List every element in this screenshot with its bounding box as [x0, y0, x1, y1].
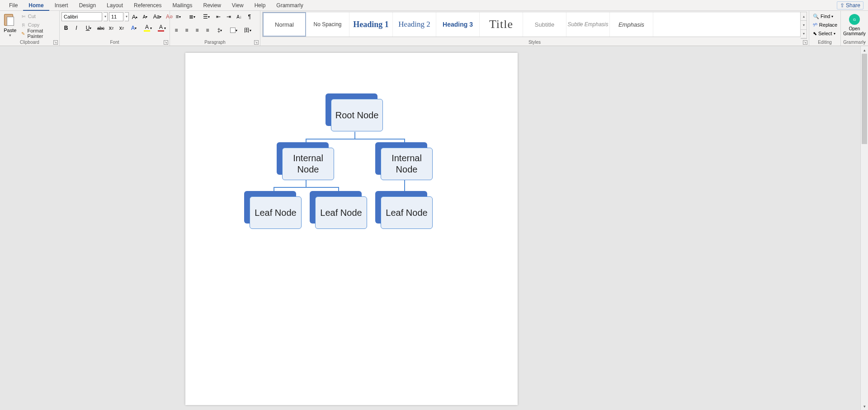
- bullets-button[interactable]: ≡▾: [172, 12, 184, 21]
- select-button[interactable]: ⬉ Select ▾: [811, 29, 837, 37]
- font-dialog-launcher[interactable]: ↘: [164, 40, 168, 45]
- style-no-spacing[interactable]: No Spacing: [306, 12, 349, 37]
- tab-home[interactable]: Home: [23, 0, 49, 11]
- align-left-button[interactable]: ≡: [172, 26, 181, 35]
- format-painter-label: Format Painter: [27, 28, 57, 39]
- node-leaf-2[interactable]: Leaf Node: [315, 196, 367, 229]
- strikethrough-button[interactable]: abc: [96, 23, 105, 33]
- group-font: ▾ ▾ A▴ A▾ Aa▾ A⊘ B I U▾ abc x2 x2 A▾ A▾ …: [60, 11, 170, 46]
- paste-button[interactable]: Paste ▾: [2, 12, 19, 37]
- align-right-button[interactable]: ≡: [193, 26, 202, 35]
- tab-review[interactable]: Review: [198, 0, 226, 11]
- font-size-dropdown[interactable]: ▾: [125, 12, 129, 21]
- find-button[interactable]: 🔍 Find ▾: [811, 12, 835, 20]
- shrink-font-button[interactable]: A▾: [141, 12, 150, 21]
- style-gallery-more-icon[interactable]: ▾: [801, 30, 807, 38]
- paste-dropdown-icon[interactable]: ▾: [9, 33, 11, 37]
- tab-grammarly[interactable]: Grammarly: [271, 0, 308, 11]
- grammarly-icon: G: [849, 14, 860, 25]
- style-gallery: Normal No Spacing Heading 1 Heading 2 He…: [262, 12, 801, 37]
- style-heading-1[interactable]: Heading 1: [349, 12, 393, 37]
- style-subtle-emphasis[interactable]: Subtle Emphasis: [566, 12, 610, 37]
- tab-layout[interactable]: Layout: [101, 0, 128, 11]
- node-leaf-3[interactable]: Leaf Node: [381, 196, 433, 229]
- clipboard-dialog-launcher[interactable]: ↘: [53, 40, 58, 45]
- align-center-button[interactable]: ≡: [182, 26, 191, 35]
- styles-dialog-launcher[interactable]: ↘: [803, 40, 807, 45]
- style-emphasis[interactable]: Emphasis: [610, 12, 653, 37]
- increase-indent-button[interactable]: ⇥: [224, 12, 233, 21]
- sort-button[interactable]: A↓: [235, 12, 244, 21]
- grow-font-button[interactable]: A▴: [130, 12, 139, 21]
- find-dropdown-icon[interactable]: ▾: [831, 14, 833, 19]
- scroll-thumb[interactable]: [862, 54, 867, 144]
- open-grammarly-button[interactable]: G Open Grammarly: [843, 12, 866, 36]
- replace-button[interactable]: ᵃ⁄ᵇ Replace: [811, 21, 839, 29]
- collapse-ribbon-icon[interactable]: ⌄: [863, 39, 866, 44]
- scissors-icon: ✄: [20, 13, 27, 19]
- copy-label: Copy: [28, 22, 40, 28]
- tab-view[interactable]: View: [226, 0, 249, 11]
- underline-button[interactable]: U▾: [82, 23, 95, 33]
- page[interactable]: Root Node Internal Node Internal Node Le…: [185, 53, 518, 405]
- tab-file[interactable]: File: [4, 0, 23, 11]
- multilevel-list-button[interactable]: ☰▾: [200, 12, 212, 21]
- superscript-button[interactable]: x2: [117, 23, 126, 33]
- grammarly-label: Open Grammarly: [843, 26, 866, 36]
- style-heading-3[interactable]: Heading 3: [436, 12, 480, 37]
- paste-label: Paste: [4, 28, 16, 33]
- node-internal-right[interactable]: Internal Node: [381, 148, 433, 180]
- vertical-scrollbar[interactable]: ▴ ▾: [860, 46, 868, 410]
- replace-icon: ᵃ⁄ᵇ: [813, 22, 818, 28]
- highlight-button[interactable]: A▾: [142, 23, 154, 33]
- cut-label: Cut: [28, 14, 36, 19]
- group-editing: 🔍 Find ▾ ᵃ⁄ᵇ Replace ⬉ Select ▾ Editing: [809, 11, 841, 46]
- group-label-styles: Styles ↘: [260, 40, 809, 46]
- node-root[interactable]: Root Node: [331, 99, 383, 131]
- style-title[interactable]: Title: [480, 12, 523, 37]
- style-normal[interactable]: Normal: [263, 12, 306, 37]
- node-leaf-1[interactable]: Leaf Node: [250, 196, 302, 229]
- shading-button[interactable]: ▾: [227, 26, 240, 35]
- tab-help[interactable]: Help: [249, 0, 271, 11]
- node-internal-left[interactable]: Internal Node: [282, 148, 334, 180]
- change-case-button[interactable]: Aa▾: [151, 12, 164, 21]
- paragraph-dialog-launcher[interactable]: ↘: [254, 40, 259, 45]
- select-dropdown-icon[interactable]: ▾: [834, 32, 835, 36]
- style-heading-2[interactable]: Heading 2: [393, 12, 436, 37]
- text-effects-button[interactable]: A▾: [127, 23, 140, 33]
- smartart-hierarchy[interactable]: Root Node Internal Node Internal Node Le…: [244, 93, 466, 242]
- tab-references[interactable]: References: [128, 0, 167, 11]
- format-painter-button[interactable]: ✎ Format Painter: [20, 29, 57, 37]
- tab-mailings[interactable]: Mailings: [167, 0, 198, 11]
- scroll-up-icon[interactable]: ▴: [861, 46, 868, 54]
- tab-insert[interactable]: Insert: [49, 0, 74, 11]
- font-name-input[interactable]: [61, 12, 102, 21]
- style-gallery-scroll[interactable]: ▴ ▾ ▾: [801, 12, 807, 39]
- show-hide-marks-button[interactable]: ¶: [245, 12, 254, 21]
- justify-button[interactable]: ≡: [203, 26, 212, 35]
- ribbon: Paste ▾ ✄ Cut ⎘ Copy ✎ Format Painter Cl…: [0, 11, 868, 46]
- tab-design[interactable]: Design: [74, 0, 101, 11]
- line-spacing-button[interactable]: ‡▾: [213, 26, 226, 35]
- bold-button[interactable]: B: [61, 23, 71, 33]
- style-subtitle[interactable]: Subtitle: [523, 12, 566, 37]
- font-name-dropdown[interactable]: ▾: [104, 12, 108, 21]
- borders-button[interactable]: 田▾: [241, 26, 254, 35]
- decrease-indent-button[interactable]: ⇤: [214, 12, 223, 21]
- subscript-button[interactable]: x2: [107, 23, 116, 33]
- style-scroll-up-icon[interactable]: ▴: [801, 12, 807, 21]
- scroll-down-icon[interactable]: ▾: [861, 402, 868, 410]
- share-label: Share: [846, 2, 860, 9]
- brush-icon: ✎: [20, 30, 26, 37]
- font-color-button[interactable]: A▾: [156, 23, 168, 33]
- italic-button[interactable]: I: [72, 23, 81, 33]
- cut-button[interactable]: ✄ Cut: [20, 12, 57, 20]
- share-button[interactable]: ⇪ Share: [837, 1, 863, 9]
- select-label: Select: [818, 31, 832, 36]
- numbering-button[interactable]: ≣▾: [186, 12, 198, 21]
- copy-icon: ⎘: [20, 22, 27, 28]
- font-size-input[interactable]: [109, 12, 123, 21]
- group-label-editing: Editing: [809, 40, 840, 46]
- style-scroll-down-icon[interactable]: ▾: [801, 21, 807, 29]
